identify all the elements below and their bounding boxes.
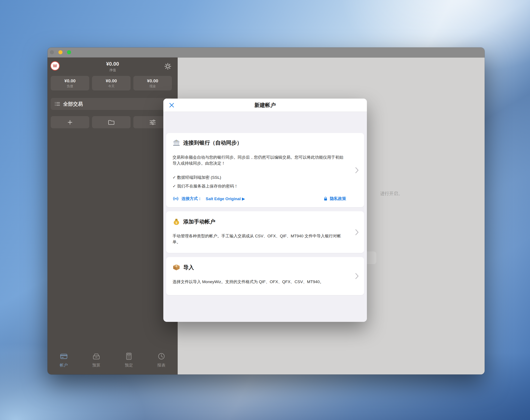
app-window: ¥0.00 净值 W ¥0.00 负债 ¥0.00 (47, 47, 485, 375)
chevron-right-icon (355, 229, 359, 236)
plus-icon (67, 120, 73, 125)
filter-icon (149, 120, 156, 125)
bank-icon (173, 139, 180, 146)
stat-liabilities[interactable]: ¥0.00 负债 (51, 76, 89, 90)
tab-label: 帐户 (60, 363, 68, 368)
account-option-cards: 连接到银行（自动同步） 交易和余额会自动与您的银行同步。同步后，您仍然可以编辑交… (166, 133, 364, 295)
privacy-policy-link[interactable]: 隐私政策 (323, 196, 346, 201)
all-transactions-label: 全部交易 (63, 101, 83, 107)
chevron-right-icon (355, 167, 359, 174)
stats-row: ¥0.00 负债 ¥0.00 今天 ¥0.00 现金 (51, 76, 172, 90)
privacy-policy-label: 隐私政策 (330, 196, 346, 201)
connection-provider-link[interactable]: Salt Edge Original ▶ (206, 196, 245, 201)
list-icon (55, 102, 60, 106)
close-icon[interactable] (169, 102, 175, 108)
group-button[interactable] (92, 116, 131, 128)
broadcast-icon (173, 196, 179, 201)
net-worth-value: ¥0.00 (47, 61, 178, 67)
tab-reports[interactable]: 报表 (145, 352, 178, 368)
logo-glyph: W (53, 64, 57, 69)
tab-label: 报表 (157, 363, 165, 368)
feature-bullets: ✓ 数据经端到端加密 (SSL) ✓ 我们不在服务器上保存你的密码！ (173, 175, 346, 189)
card-title: 连接到银行（自动同步） (183, 139, 242, 146)
card-description: 选择文件以导入 MoneyWiz。支持的文件格式为 QIF、OFX、QFX、CS… (173, 279, 346, 285)
all-transactions-row[interactable]: 全部交易 (51, 98, 172, 110)
modal-title: 新建帐户 (254, 102, 276, 109)
import-card[interactable]: 导入 选择文件以导入 MoneyWiz。支持的文件格式为 QIF、OFX、QFX… (166, 257, 364, 295)
stat-today[interactable]: ¥0.00 今天 (92, 76, 131, 90)
sidebar: ¥0.00 净值 W ¥0.00 负债 ¥0.00 (47, 57, 178, 375)
add-button[interactable] (51, 116, 89, 128)
close-window-button[interactable] (50, 50, 54, 54)
card-title: 添加手动帐户 (183, 218, 215, 225)
net-worth-summary: ¥0.00 净值 (47, 61, 178, 72)
app-logo[interactable]: W (50, 61, 60, 70)
clock-icon (157, 352, 166, 361)
calculator-icon (125, 352, 133, 361)
new-account-modal: 新建帐户 (163, 98, 367, 322)
gear-icon[interactable] (164, 63, 171, 71)
connection-method-label: 连接方式： (181, 196, 202, 201)
card-description: 交易和余额会自动与您的银行同步。同步后，您仍然可以编辑交易。您可以将此功能仅用于… (173, 154, 346, 166)
modal-header: 新建帐户 (163, 98, 367, 112)
stat-cash[interactable]: ¥0.00 现金 (133, 76, 172, 90)
sidebar-actions (51, 116, 172, 128)
credit-card-icon (59, 352, 68, 361)
chevron-right-icon (355, 273, 359, 280)
bullet-ssl: ✓ 数据经端到端加密 (SSL) (173, 175, 346, 180)
tab-label: 预定 (125, 363, 133, 368)
bullet-password: ✓ 我们不在服务器上保存你的密码！ (173, 183, 346, 189)
connect-bank-card[interactable]: 连接到银行（自动同步） 交易和余额会自动与您的银行同步。同步后，您仍然可以编辑交… (166, 133, 364, 207)
card-title: 导入 (183, 264, 194, 271)
stat-value: ¥0.00 (133, 78, 172, 84)
budget-box-icon (92, 352, 101, 361)
package-icon (173, 264, 180, 271)
tab-scheduled[interactable]: 预定 (113, 352, 145, 368)
moneybag-icon: $ (173, 218, 180, 225)
connection-row: 连接方式： Salt Edge Original ▶ 隐私政策 (173, 196, 346, 201)
stat-label: 负债 (51, 84, 89, 88)
stat-value: ¥0.00 (92, 78, 131, 84)
add-manual-account-card[interactable]: $ 添加手动帐户 手动管理各种类型的帐户。手工输入交易或从 CSV、OFX、QI… (166, 211, 364, 253)
stat-label: 现金 (133, 84, 172, 88)
tab-label: 预算 (92, 363, 100, 368)
minimize-window-button[interactable] (59, 50, 62, 54)
window-titlebar[interactable] (47, 47, 485, 57)
stat-value: ¥0.00 (51, 78, 89, 84)
tab-accounts[interactable]: 帐户 (47, 352, 80, 368)
card-description: 手动管理各种类型的帐户。手工输入交易或从 CSV、OFX、QIF、MT940 文… (173, 233, 346, 245)
tab-budgets[interactable]: 预算 (80, 352, 113, 368)
stat-label: 今天 (92, 84, 131, 88)
bottom-tab-bar: 帐户 预算 (47, 352, 178, 368)
svg-text:$: $ (176, 221, 177, 224)
lock-icon (323, 196, 328, 201)
folder-icon (108, 120, 115, 125)
background-text: 进行开启。 (380, 191, 403, 196)
zoom-window-button[interactable] (67, 50, 71, 54)
desktop-wallpaper: ¥0.00 净值 W ¥0.00 负债 ¥0.00 (0, 0, 530, 420)
net-worth-label: 净值 (47, 68, 178, 72)
